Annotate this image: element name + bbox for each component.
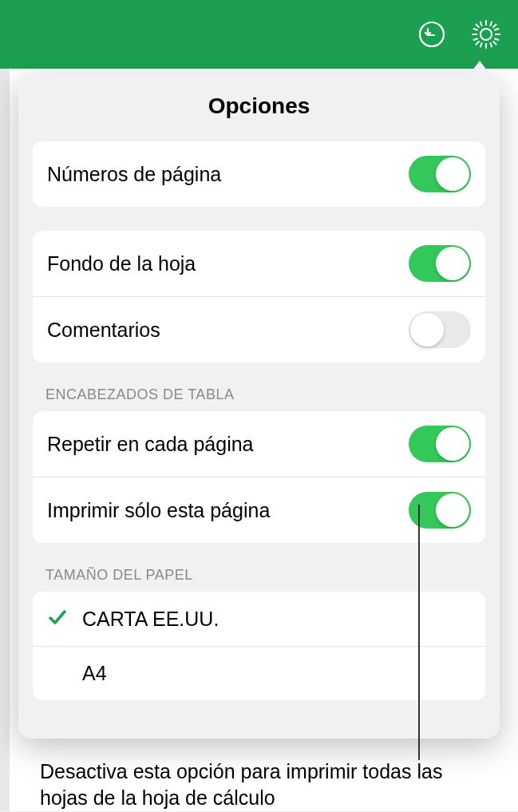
- svg-line-16: [480, 43, 482, 47]
- popover-arrow: [468, 61, 492, 77]
- sheet-background-label: Fondo de la hoja: [47, 252, 196, 275]
- repeat-each-page-toggle[interactable]: [409, 426, 471, 462]
- sheet-background-row: Fondo de la hoja: [33, 231, 485, 296]
- print-only-this-page-row: Imprimir sólo esta página: [33, 477, 485, 543]
- page-numbers-row: Números de página: [33, 141, 485, 207]
- print-only-this-page-label: Imprimir sólo esta página: [47, 499, 270, 522]
- table-headers-title: Encabezados de tabla: [33, 386, 485, 411]
- svg-point-1: [480, 29, 492, 40]
- comments-label: Comentarios: [47, 319, 160, 342]
- undo-icon[interactable]: [417, 20, 446, 49]
- app-header: [0, 0, 518, 69]
- svg-line-17: [491, 22, 492, 26]
- svg-line-15: [495, 39, 499, 41]
- repeat-each-page-label: Repetir en cada página: [47, 433, 254, 456]
- svg-line-14: [474, 29, 478, 30]
- callout-line: [418, 505, 420, 760]
- svg-line-9: [493, 25, 496, 28]
- comments-toggle[interactable]: [409, 311, 471, 348]
- svg-line-13: [495, 29, 499, 30]
- checkmark-icon: [47, 607, 68, 631]
- paper-size-title: Tamaño del papel: [33, 567, 485, 592]
- us-letter-row[interactable]: CARTA EE.UU.: [33, 592, 485, 646]
- sheet-background-toggle[interactable]: [409, 245, 471, 282]
- svg-line-6: [476, 25, 480, 28]
- callout-text: Desactiva esta opción para imprimir toda…: [40, 759, 478, 810]
- svg-line-8: [476, 42, 480, 45]
- a4-row[interactable]: A4: [33, 646, 485, 700]
- svg-line-12: [474, 39, 478, 41]
- general-section: Números de página: [33, 141, 485, 207]
- page-numbers-label: Números de página: [47, 163, 221, 186]
- gear-icon[interactable]: [470, 18, 502, 50]
- paper-size-section: CARTA EE.UU. A4: [33, 592, 485, 700]
- a4-label: A4: [82, 662, 107, 685]
- comments-row: Comentarios: [33, 296, 485, 362]
- us-letter-label: CARTA EE.UU.: [82, 608, 219, 631]
- page-numbers-toggle[interactable]: [409, 156, 471, 192]
- popover-title: Opciones: [33, 93, 485, 119]
- sheet-section: Fondo de la hoja Comentarios: [33, 231, 485, 362]
- svg-line-11: [491, 43, 492, 47]
- repeat-each-page-row: Repetir en cada página: [33, 411, 485, 477]
- options-popover: Opciones Números de página Fondo de la h…: [18, 76, 500, 739]
- svg-line-7: [493, 42, 496, 45]
- table-headers-section: Repetir en cada página Imprimir sólo est…: [33, 411, 485, 543]
- svg-line-10: [480, 22, 482, 26]
